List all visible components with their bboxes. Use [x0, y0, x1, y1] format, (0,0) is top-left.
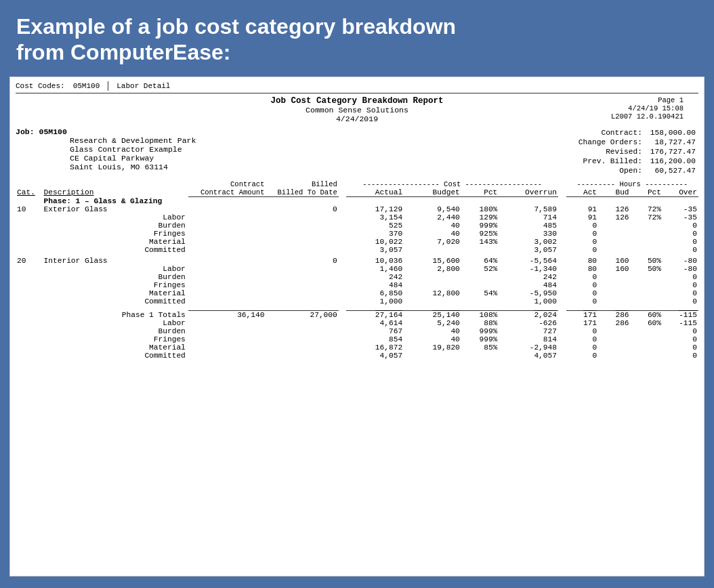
over-cell: 0 — [663, 238, 698, 246]
prev-billed-label: Prev. Billed: — [577, 157, 648, 165]
bud-cell — [598, 297, 630, 306]
desc-cell: Burden — [43, 222, 188, 230]
act-cell: 80 — [566, 257, 598, 265]
prev-billed-value: 116,200.00 — [649, 157, 697, 165]
overrun-cell: 4,057 — [499, 352, 558, 360]
budget-cell: 12,800 — [404, 289, 461, 297]
pct2-cell — [631, 327, 663, 335]
col-todate-header: Billed To Date — [266, 188, 338, 197]
budget-cell: 25,140 — [404, 311, 461, 320]
overrun-cell: -626 — [499, 319, 558, 327]
overrun-cell: 1,000 — [499, 297, 558, 306]
cat-cell — [16, 335, 43, 343]
over-cell: 0 — [663, 297, 698, 306]
col-contract-header: Contract — [188, 180, 266, 188]
act-cell: 0 — [566, 273, 598, 281]
over-cell: -115 — [663, 311, 698, 320]
overrun-cell: -1,340 — [499, 265, 558, 273]
cat-cell — [16, 327, 43, 335]
pct-cell: 999% — [461, 222, 499, 230]
job-left: Job: 05M100 Research & Development Park … — [16, 127, 246, 176]
billed-cell — [266, 230, 338, 238]
contract-cell — [188, 213, 266, 222]
act-cell: 0 — [566, 281, 598, 289]
pct-cell: 143% — [461, 238, 499, 246]
bud-cell — [598, 335, 630, 343]
cat-cell — [16, 222, 43, 230]
table-row: Burden 525 40 999% 485 0 0 — [16, 222, 698, 230]
cat-cell — [16, 297, 43, 306]
col-billed-header: Billed — [266, 180, 338, 188]
over-cell: -80 — [663, 265, 698, 273]
pct-cell: 129% — [461, 213, 499, 222]
overrun-cell: 714 — [499, 213, 558, 222]
table-row: Labor 4,614 5,240 88% -626 171 286 60% -… — [16, 319, 698, 327]
report-center-header: Job Cost Category Breakdown Report Commo… — [16, 96, 698, 123]
cat-cell — [16, 273, 43, 281]
job-name: Research & Development Park — [16, 136, 246, 145]
act-cell: 0 — [566, 343, 598, 352]
contract-cell — [188, 352, 266, 360]
actual-cell: 370 — [346, 230, 404, 238]
over-cell: 0 — [663, 327, 698, 335]
act-cell: 0 — [566, 335, 598, 343]
pct-cell: 180% — [461, 205, 499, 213]
actual-cell: 10,036 — [346, 257, 404, 265]
table-row: Committed 1,000 1,000 0 0 — [16, 297, 698, 306]
act-cell: 91 — [566, 213, 598, 222]
page-id: L2007 12.0.190421 — [611, 112, 684, 121]
desc-cell: Committed — [43, 246, 188, 254]
budget-cell — [404, 281, 461, 289]
actual-cell: 3,057 — [346, 246, 404, 254]
col-budget-header: Budget — [404, 188, 461, 197]
pct-cell — [461, 281, 499, 289]
cat-cell — [16, 343, 43, 352]
desc-cell: Labor — [43, 265, 188, 273]
cat-cell — [16, 265, 43, 273]
bud-cell — [598, 222, 630, 230]
budget-cell: 9,540 — [404, 205, 461, 213]
budget-cell — [404, 246, 461, 254]
overrun-cell: 3,002 — [499, 238, 558, 246]
contract-cell — [188, 273, 266, 281]
actual-cell: 767 — [346, 327, 404, 335]
cat-cell — [16, 281, 43, 289]
contract-cell — [188, 297, 266, 306]
pct2-cell: 60% — [631, 319, 663, 327]
desc-cell: Interior Glass — [43, 257, 188, 265]
table-row: Labor 3,154 2,440 129% 714 91 126 72% -3… — [16, 213, 698, 222]
desc-cell: Burden — [43, 273, 188, 281]
actual-cell: 6,850 — [346, 289, 404, 297]
cat-cell — [16, 352, 43, 360]
billed-cell: 27,000 — [266, 311, 338, 320]
overrun-cell: 814 — [499, 335, 558, 343]
contract-cell — [188, 335, 266, 343]
table-row: 20 Interior Glass 0 10,036 15,600 64% -5… — [16, 257, 698, 265]
cost-codes-code: 05M100 — [73, 82, 100, 90]
header-section: Example of a job cost category breakdown… — [0, 0, 714, 77]
budget-cell — [404, 352, 461, 360]
budget-cell: 2,440 — [404, 213, 461, 222]
col-hrspct-header: Pct — [631, 188, 663, 197]
act-cell: 80 — [566, 265, 598, 273]
cat-cell — [16, 289, 43, 297]
over-cell: 0 — [663, 273, 698, 281]
revised-label: Revised: — [577, 148, 648, 156]
pct-cell — [461, 297, 499, 306]
page-label: Page 1 — [611, 96, 684, 104]
contract-cell — [188, 319, 266, 327]
cat-cell — [16, 319, 43, 327]
pct2-cell — [631, 222, 663, 230]
act-cell: 171 — [566, 319, 598, 327]
table-row: Material 10,022 7,020 143% 3,002 0 0 — [16, 238, 698, 246]
contract-cell — [188, 289, 266, 297]
page-date: 4/24/19 15:08 — [611, 104, 684, 112]
overrun-cell: 727 — [499, 327, 558, 335]
pct-cell: 88% — [461, 319, 499, 327]
billed-cell — [266, 238, 338, 246]
budget-cell: 7,020 — [404, 238, 461, 246]
desc-cell: Committed — [43, 352, 188, 360]
desc-cell: Material — [43, 343, 188, 352]
over-cell: 0 — [663, 335, 698, 343]
report-header-row: Job Cost Category Breakdown Report Commo… — [16, 96, 698, 123]
